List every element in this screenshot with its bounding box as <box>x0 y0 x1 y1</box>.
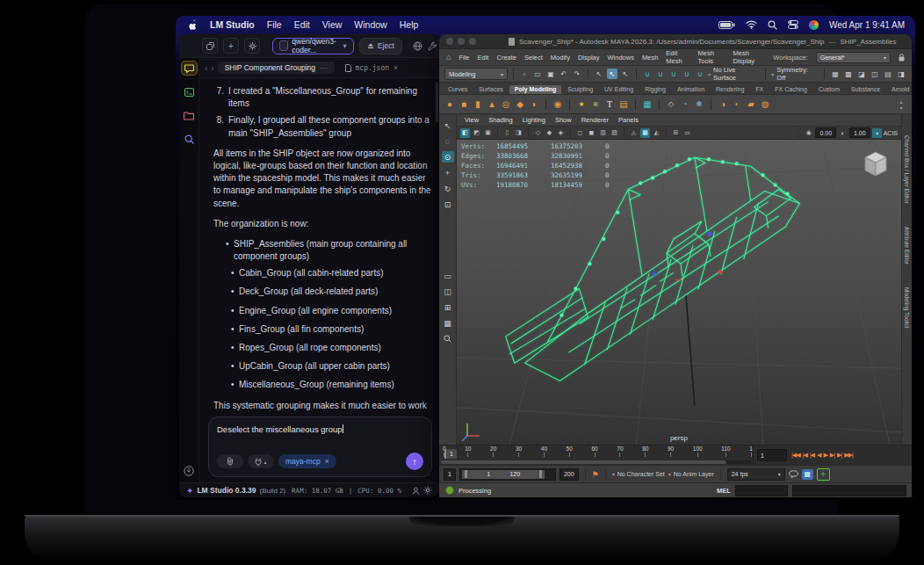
snap-grid-icon[interactable]: ∪ <box>642 69 653 79</box>
panel-menu-lighting[interactable]: Lighting <box>523 116 545 124</box>
live-surface-field[interactable]: No Live Surface <box>713 66 760 82</box>
mcp-server-pill[interactable]: maya-mcp × <box>278 454 336 468</box>
camera-attributes-icon[interactable]: ▣ <box>483 128 493 138</box>
poly-cylinder-icon[interactable]: ▮ <box>473 99 483 110</box>
shelf-tab-poly-modeling[interactable]: Poly Modeling <box>509 85 561 94</box>
snap-surface-icon[interactable]: ∪ <box>695 69 705 79</box>
color-management-icon[interactable]: ◑ <box>872 128 882 138</box>
anim-layer-selector[interactable]: ▾No Anim Layer <box>668 471 714 477</box>
type-tool-icon[interactable]: T <box>604 99 615 110</box>
shaded-icon[interactable]: ◆ <box>545 128 554 138</box>
poly-sphere-icon[interactable]: ● <box>444 99 455 110</box>
model-selector[interactable]: qwen/qwen3-coder... ▾ <box>272 38 354 54</box>
tab-menu-icon[interactable]: ⋯ <box>320 63 328 72</box>
shelf-overflow-icon[interactable]: ▴▾ <box>896 99 906 110</box>
wifi-icon[interactable] <box>746 20 757 29</box>
zoom-tool-icon[interactable] <box>442 333 454 344</box>
nav-back-icon[interactable]: ‹ <box>205 63 207 73</box>
grid-toggle-icon[interactable]: ⊞ <box>671 128 681 138</box>
step-forward-frame-button[interactable]: ▶| <box>837 452 841 459</box>
timeline-scrollbar[interactable] <box>441 460 751 464</box>
tab-mcp-json[interactable]: mcp.json × <box>338 62 406 74</box>
boolean-union-icon[interactable]: ◑ <box>718 99 728 110</box>
panel-menu-renderer[interactable]: Renderer <box>581 116 609 124</box>
menu-modify[interactable]: Modify <box>551 54 570 62</box>
range-handle-right[interactable] <box>539 470 542 478</box>
play-backwards-button[interactable]: ◀ <box>817 452 820 459</box>
snap-plane-icon[interactable]: ∪ <box>682 69 692 79</box>
animation-end-field[interactable]: 200 <box>559 468 579 481</box>
menubar-file[interactable]: File <box>267 19 282 30</box>
send-button[interactable]: ↑ <box>406 453 423 470</box>
settings-gear-icon[interactable] <box>423 486 432 495</box>
shelf-tab-rendering[interactable]: Rendering <box>711 85 749 94</box>
panel-menu-show[interactable]: Show <box>555 116 572 124</box>
paint-select-tool-icon[interactable]: ⊙ <box>442 151 454 163</box>
image-plane-icon[interactable]: ◨ <box>514 128 523 138</box>
animation-start-field[interactable]: 1 <box>444 468 456 481</box>
step-back-key-button[interactable]: |◀ <box>810 452 814 459</box>
sidebar-chat-icon[interactable] <box>182 62 197 75</box>
menu-create[interactable]: Create <box>496 54 516 62</box>
zoom-button[interactable] <box>469 38 476 45</box>
shelf-tab-custom[interactable]: Custom <box>813 85 845 94</box>
sidebar-models-folder-icon[interactable] <box>182 109 197 122</box>
mel-output-field[interactable] <box>792 485 906 496</box>
menu-select[interactable]: Select <box>524 54 543 62</box>
chat-input-text[interactable]: Deselect the miscellaneous group <box>217 424 343 434</box>
scale-tool-icon[interactable]: ⊡ <box>442 199 454 210</box>
move-tool-icon[interactable]: + <box>442 167 454 178</box>
tab-channel-box[interactable]: Channel Box / Layer Editor <box>904 135 910 204</box>
gamma-field[interactable]: 1.00 <box>849 127 870 138</box>
menubar-app-status-icon[interactable] <box>809 20 819 30</box>
view-cube[interactable] <box>859 147 892 180</box>
wireframe-icon[interactable]: ◇ <box>533 128 543 138</box>
shelf-tab-uv-editing[interactable]: UV Editing <box>599 85 639 94</box>
poly-cone-icon[interactable]: ▲ <box>487 99 497 110</box>
minimize-button[interactable] <box>458 38 465 45</box>
remesh-icon[interactable]: ▦ <box>642 99 653 110</box>
current-frame-marker[interactable]: 1 <box>444 449 457 459</box>
range-handle-left[interactable] <box>465 470 467 478</box>
textured-icon[interactable]: ◈ <box>556 128 566 138</box>
layout-single-pane-icon[interactable]: ▭ <box>442 270 454 281</box>
layout-four-pane-icon[interactable]: ⊞ <box>442 301 454 313</box>
tab-attribute-editor[interactable]: Attribute Editor <box>904 227 910 264</box>
bookmark-flag-icon[interactable]: ⚑ <box>592 470 599 479</box>
xray-icon[interactable]: ▩ <box>640 128 650 138</box>
menu-display[interactable]: Display <box>578 54 600 62</box>
timeline-ticks[interactable]: 0 10 20 30 40 50 60 70 80 90 100 110 1 <box>443 445 753 460</box>
tab-close-icon[interactable]: × <box>393 63 398 72</box>
rotate-tool-icon[interactable]: ↻ <box>442 183 454 194</box>
chat-transcript[interactable]: 7. I created a "Miscellaneous_Group" for… <box>199 78 439 413</box>
menubar-app-name[interactable]: LM Studio <box>210 19 255 30</box>
poly-plane-icon[interactable]: ◆ <box>515 99 525 110</box>
user-icon[interactable] <box>412 487 420 495</box>
shelf-tab-fx-caching[interactable]: FX Caching <box>769 85 812 94</box>
apple-menu-icon[interactable] <box>188 19 198 31</box>
poly-torus-icon[interactable]: ◎ <box>501 99 511 110</box>
poly-cube-icon[interactable]: ■ <box>458 99 469 110</box>
film-gate-icon[interactable]: ▭ <box>682 128 692 138</box>
menu-mesh-tools[interactable]: Mesh Tools <box>698 49 725 65</box>
battery-icon[interactable] <box>718 21 735 29</box>
attach-file-button[interactable] <box>217 454 243 468</box>
panel-menu-shading[interactable]: Shading <box>488 116 513 124</box>
ipr-render-icon[interactable]: ▩ <box>843 69 854 79</box>
spotlight-search-icon[interactable] <box>768 20 777 30</box>
shelf-tab-fx[interactable]: FX <box>750 85 769 94</box>
layout-two-pane-icon[interactable]: ◫ <box>442 286 454 297</box>
tab-ship-component-grouping[interactable]: SHIP Component Grouping ⋯ <box>218 62 335 74</box>
select-camera-icon[interactable]: ◧ <box>460 128 470 138</box>
auto-keyframe-icon[interactable]: ▦ <box>802 469 813 480</box>
toolbox-toggle-icon[interactable]: ◫ <box>870 69 880 79</box>
sidebar-toggle-icon[interactable]: ◨ <box>896 69 906 79</box>
panel-menu-panels[interactable]: Panels <box>618 116 639 124</box>
exposure-icon[interactable]: ◉ <box>804 128 813 138</box>
select-hierarchy-icon[interactable]: ↖ <box>594 69 604 79</box>
joints-xray-icon[interactable]: ◭ <box>652 128 661 138</box>
symmetry-field[interactable]: Symmetry: Off <box>776 66 819 82</box>
panel-menu-view[interactable]: View <box>465 116 479 124</box>
go-to-end-button[interactable]: ▶▶| <box>844 452 853 459</box>
globe-icon[interactable] <box>413 41 422 51</box>
